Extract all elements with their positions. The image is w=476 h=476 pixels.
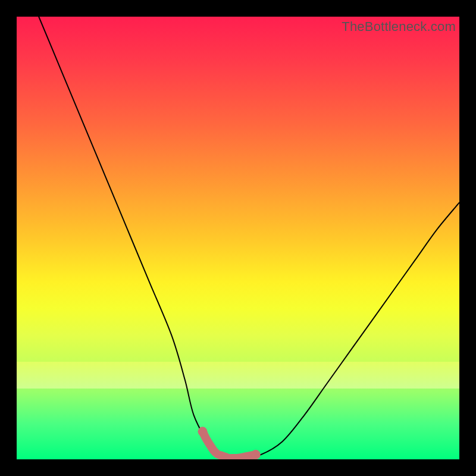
chart-frame: TheBottleneck.com bbox=[0, 0, 476, 476]
marker-endpoint-left-icon bbox=[198, 427, 207, 436]
bottleneck-curve-svg bbox=[17, 17, 459, 459]
optimal-range-marker bbox=[202, 431, 255, 458]
chart-plot-area: TheBottleneck.com bbox=[17, 17, 459, 459]
bottleneck-curve bbox=[39, 17, 459, 459]
marker-endpoint-right-icon bbox=[251, 450, 261, 459]
watermark-text: TheBottleneck.com bbox=[342, 19, 456, 35]
